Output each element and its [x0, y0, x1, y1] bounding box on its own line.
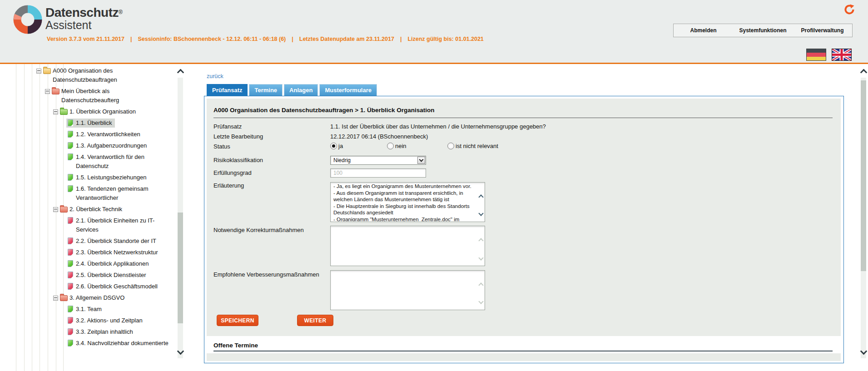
scroll-up-icon[interactable]	[479, 236, 483, 244]
sidebar-tree: A000 Organisation des Datenschutzbeauftr…	[0, 64, 186, 371]
tree-item[interactable]: Mein Überblick als Datenschutzbeaufterg	[45, 87, 161, 105]
status-radio-group: ja nein ist nicht relevant	[330, 142, 648, 150]
letzte-bearbeitung-value: 12.12.2017 06:14 (BSchoennenbeck)	[330, 133, 428, 140]
tab-musterformulare[interactable]: Musterformulare	[319, 84, 377, 96]
risikoklassifikation-select[interactable]: Niedrig	[330, 156, 426, 165]
tree-item[interactable]: 1.5. Leistungsbeziehungen	[66, 173, 149, 182]
tree-item[interactable]: 2.1. Überblick Einheiten zu IT-Services	[66, 216, 175, 234]
tree-item[interactable]: 3.3. Zeitplan inhaltlich	[66, 327, 136, 336]
korrekturmassnahmen-label: Notwendige Korrekturmaßnahmen	[213, 227, 304, 233]
scroll-up-icon[interactable]	[479, 193, 483, 201]
chevron-down-icon[interactable]	[417, 157, 425, 164]
tree-item-label: 2.5. Überblick Dienstleister	[76, 271, 146, 280]
scroll-up-icon[interactable]	[861, 69, 866, 75]
tree-item[interactable]: 2.3. Überblick Netzwerkstruktur	[66, 248, 161, 257]
tree-item[interactable]: 2.6. Überblick Geschäftsmodell	[66, 282, 161, 291]
status-label: Status	[213, 143, 230, 150]
status-radio-nein[interactable]	[387, 143, 394, 149]
tab-termine[interactable]: Termine	[249, 84, 283, 96]
tree-item[interactable]: 1.2. Verantwortlichkeiten	[66, 130, 144, 139]
status-radio-nicht-relevant[interactable]	[447, 143, 454, 149]
separator: |	[130, 36, 132, 42]
tree-item-label: 3.1. Team	[76, 305, 102, 314]
tree-item[interactable]: 1.4. Verantwortlich für den Datenschutz	[66, 153, 175, 171]
logout-button[interactable]: Abmelden	[674, 24, 733, 37]
tree-item-label: 2. Überblick Technik	[69, 205, 122, 214]
tree-item[interactable]: 2.4. Überblick Applikationen	[66, 259, 152, 268]
tree-item[interactable]: 1.6. Tendenzen gemeinsam Verantwortliche…	[66, 184, 175, 203]
status-radio-ja-label[interactable]: ja	[338, 143, 343, 149]
back-link[interactable]: zurück	[207, 73, 223, 79]
collapse-toggle-icon[interactable]	[53, 207, 58, 212]
tab-anlagen[interactable]: Anlagen	[284, 84, 318, 96]
tree-item-label: 1.5. Leistungsbeziehungen	[76, 173, 146, 182]
tree-item[interactable]: 3.2. Aktions- und Zeitplan	[66, 316, 146, 325]
scroll-down-icon[interactable]	[861, 347, 866, 354]
tab-prüfansatz[interactable]: Prüfansatz	[207, 84, 248, 96]
tree-item[interactable]: 1.1. Überblick	[66, 119, 115, 128]
registered-mark: ®	[119, 9, 123, 15]
heading-divider	[213, 118, 833, 118]
scroll-up-icon[interactable]	[479, 281, 483, 289]
tree-item-label: 2.6. Überblick Geschäftsmodell	[76, 282, 158, 291]
erfuellungsgrad-label: Erfüllungsgrad	[213, 169, 252, 176]
tree-item[interactable]: 2.5. Überblick Dienstleister	[66, 271, 149, 280]
window-scrollbar[interactable]	[860, 64, 868, 371]
next-button[interactable]: WEITER	[297, 315, 333, 326]
donut-chart-logo-icon	[13, 3, 43, 36]
erlaeuterung-label: Erläuterung	[213, 182, 244, 189]
file-green-icon	[68, 340, 73, 346]
file-green-icon	[68, 142, 73, 149]
scrollbar-thumb[interactable]	[861, 80, 866, 271]
pruefansatz-value: 1.1. Ist der Überblick über das Unterneh…	[330, 123, 546, 130]
tree-item[interactable]: 2. Überblick Technik	[53, 205, 125, 214]
status-radio-ja[interactable]	[330, 143, 337, 149]
status-radio-nein-label[interactable]: nein	[395, 143, 407, 149]
korrekturmassnahmen-textarea[interactable]	[330, 226, 485, 266]
scroll-down-icon[interactable]	[479, 209, 483, 217]
save-button[interactable]: SPEICHERN	[217, 315, 258, 326]
folder-red-icon	[60, 207, 68, 213]
risikoklassifikation-label: Risikoklassifikation	[213, 157, 263, 163]
scrollbar-thumb[interactable]	[178, 213, 183, 323]
tree-item[interactable]: 2.2. Überblick Standorte der IT	[66, 237, 159, 246]
scroll-down-icon[interactable]	[178, 347, 183, 354]
risikoklassifikation-selected-value: Niedrig	[333, 157, 351, 163]
tree-item[interactable]: 1. Überblick Organisation	[53, 107, 139, 116]
tree-item-label: 2.3. Überblick Netzwerkstruktur	[76, 248, 158, 257]
tree-item-label: 2.4. Überblick Applikationen	[76, 259, 149, 268]
license-info: Lizenz gültig bis: 01.01.2021	[407, 36, 483, 42]
refresh-icon[interactable]	[843, 4, 855, 15]
tree-item-label: Mein Überblick als Datenschutzbeaufterg	[61, 87, 158, 105]
pruefansatz-label: Prüfansatz	[213, 123, 242, 130]
file-green-icon	[68, 185, 73, 192]
scroll-up-icon[interactable]	[178, 69, 183, 75]
version-status-line: Version 3.7.3 vom 21.11.2017|Sessioninfo…	[47, 36, 484, 42]
system-functions-button[interactable]: Systemfunktionen	[733, 24, 793, 37]
pruefansatz-form: A000 Organisation des Datenschutzbeauftr…	[207, 99, 841, 336]
scroll-down-icon[interactable]	[479, 297, 483, 305]
file-red-icon	[68, 283, 73, 290]
file-green-icon	[68, 119, 73, 126]
tree-item[interactable]: 3.4. Nachvollziehbar dokumentierte	[66, 339, 172, 348]
erlaeuterung-textarea[interactable]: - Ja, es liegt ein Organigramm des Muste…	[330, 182, 485, 222]
tree-item[interactable]: 3. Allgemein DSGVO	[53, 293, 128, 302]
german-flag-icon[interactable]	[806, 49, 826, 61]
spellcheck-underlined-filename: Musterunternehmen_Zentrale.doc	[372, 217, 451, 222]
file-red-icon	[68, 317, 73, 324]
tree-item[interactable]: 1.3. Aufgabenzuordnungen	[66, 141, 150, 150]
uk-flag-icon[interactable]	[832, 49, 852, 61]
tree-item[interactable]: A000 Organisation des Datenschutzbeauftr…	[36, 66, 152, 84]
sidebar-scrollbar[interactable]	[177, 64, 184, 371]
collapse-toggle-icon[interactable]	[53, 296, 58, 301]
profile-management-button[interactable]: Profilverwaltung	[793, 24, 852, 37]
collapse-toggle-icon[interactable]	[45, 89, 50, 94]
tree-item[interactable]: 3.1. Team	[66, 305, 105, 314]
collapse-toggle-icon[interactable]	[36, 69, 41, 74]
status-radio-nicht-relevant-label[interactable]: ist nicht relevant	[456, 143, 498, 149]
scroll-down-icon[interactable]	[479, 253, 483, 262]
verbesserungsmassnahmen-textarea[interactable]	[330, 270, 485, 310]
tree-item-label: 2.1. Überblick Einheiten zu IT-Services	[76, 216, 172, 234]
collapse-toggle-icon[interactable]	[53, 109, 58, 114]
erlaeuterung-text: - Ja, es liegt ein Organigramm des Muste…	[333, 183, 477, 221]
